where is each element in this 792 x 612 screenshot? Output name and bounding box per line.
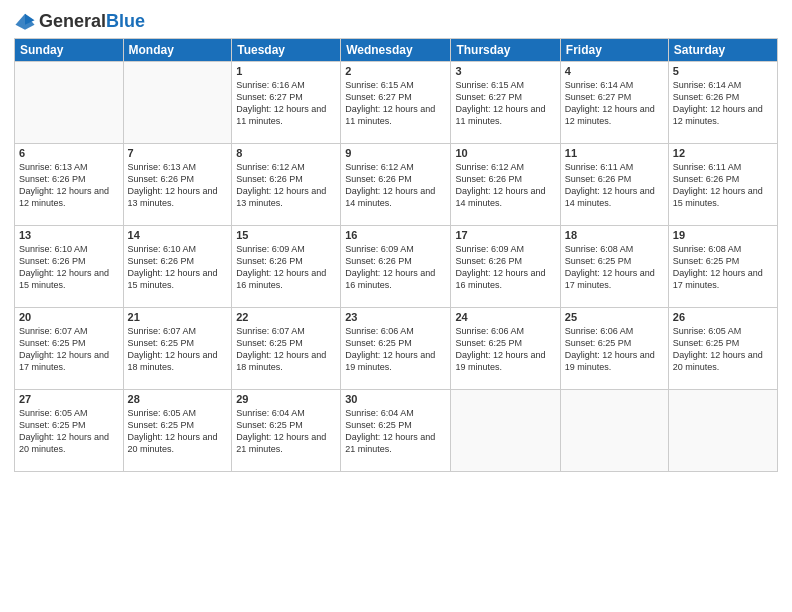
day-number: 10 xyxy=(455,147,555,159)
day-number: 22 xyxy=(236,311,336,323)
calendar-day-header: Wednesday xyxy=(341,39,451,62)
calendar-header-row: SundayMondayTuesdayWednesdayThursdayFrid… xyxy=(15,39,778,62)
calendar-cell: 9Sunrise: 6:12 AM Sunset: 6:26 PM Daylig… xyxy=(341,144,451,226)
day-info: Sunrise: 6:15 AM Sunset: 6:27 PM Dayligh… xyxy=(455,79,555,128)
day-info: Sunrise: 6:07 AM Sunset: 6:25 PM Dayligh… xyxy=(128,325,228,374)
day-info: Sunrise: 6:05 AM Sunset: 6:25 PM Dayligh… xyxy=(19,407,119,456)
day-number: 5 xyxy=(673,65,773,77)
day-number: 19 xyxy=(673,229,773,241)
day-number: 15 xyxy=(236,229,336,241)
day-info: Sunrise: 6:08 AM Sunset: 6:25 PM Dayligh… xyxy=(565,243,664,292)
calendar-day-header: Sunday xyxy=(15,39,124,62)
day-number: 8 xyxy=(236,147,336,159)
header: GeneralBlue xyxy=(14,10,778,32)
calendar-cell: 16Sunrise: 6:09 AM Sunset: 6:26 PM Dayli… xyxy=(341,226,451,308)
day-number: 17 xyxy=(455,229,555,241)
calendar-week-row: 13Sunrise: 6:10 AM Sunset: 6:26 PM Dayli… xyxy=(15,226,778,308)
day-info: Sunrise: 6:11 AM Sunset: 6:26 PM Dayligh… xyxy=(565,161,664,210)
day-info: Sunrise: 6:12 AM Sunset: 6:26 PM Dayligh… xyxy=(455,161,555,210)
calendar-cell: 11Sunrise: 6:11 AM Sunset: 6:26 PM Dayli… xyxy=(560,144,668,226)
calendar-cell: 3Sunrise: 6:15 AM Sunset: 6:27 PM Daylig… xyxy=(451,62,560,144)
calendar-cell: 13Sunrise: 6:10 AM Sunset: 6:26 PM Dayli… xyxy=(15,226,124,308)
calendar-cell: 5Sunrise: 6:14 AM Sunset: 6:26 PM Daylig… xyxy=(668,62,777,144)
calendar-cell: 23Sunrise: 6:06 AM Sunset: 6:25 PM Dayli… xyxy=(341,308,451,390)
calendar-cell: 20Sunrise: 6:07 AM Sunset: 6:25 PM Dayli… xyxy=(15,308,124,390)
day-info: Sunrise: 6:14 AM Sunset: 6:26 PM Dayligh… xyxy=(673,79,773,128)
day-info: Sunrise: 6:13 AM Sunset: 6:26 PM Dayligh… xyxy=(19,161,119,210)
day-number: 14 xyxy=(128,229,228,241)
day-info: Sunrise: 6:06 AM Sunset: 6:25 PM Dayligh… xyxy=(455,325,555,374)
day-info: Sunrise: 6:10 AM Sunset: 6:26 PM Dayligh… xyxy=(128,243,228,292)
day-number: 29 xyxy=(236,393,336,405)
day-info: Sunrise: 6:16 AM Sunset: 6:27 PM Dayligh… xyxy=(236,79,336,128)
calendar-cell: 7Sunrise: 6:13 AM Sunset: 6:26 PM Daylig… xyxy=(123,144,232,226)
day-info: Sunrise: 6:04 AM Sunset: 6:25 PM Dayligh… xyxy=(236,407,336,456)
page: GeneralBlue SundayMondayTuesdayWednesday… xyxy=(0,0,792,612)
calendar-day-header: Friday xyxy=(560,39,668,62)
day-info: Sunrise: 6:12 AM Sunset: 6:26 PM Dayligh… xyxy=(345,161,446,210)
calendar-cell: 15Sunrise: 6:09 AM Sunset: 6:26 PM Dayli… xyxy=(232,226,341,308)
day-info: Sunrise: 6:06 AM Sunset: 6:25 PM Dayligh… xyxy=(345,325,446,374)
day-number: 27 xyxy=(19,393,119,405)
day-number: 28 xyxy=(128,393,228,405)
day-info: Sunrise: 6:04 AM Sunset: 6:25 PM Dayligh… xyxy=(345,407,446,456)
calendar-cell: 19Sunrise: 6:08 AM Sunset: 6:25 PM Dayli… xyxy=(668,226,777,308)
calendar-day-header: Tuesday xyxy=(232,39,341,62)
calendar-week-row: 20Sunrise: 6:07 AM Sunset: 6:25 PM Dayli… xyxy=(15,308,778,390)
day-info: Sunrise: 6:07 AM Sunset: 6:25 PM Dayligh… xyxy=(236,325,336,374)
day-number: 11 xyxy=(565,147,664,159)
day-number: 7 xyxy=(128,147,228,159)
calendar-cell: 8Sunrise: 6:12 AM Sunset: 6:26 PM Daylig… xyxy=(232,144,341,226)
calendar-cell: 1Sunrise: 6:16 AM Sunset: 6:27 PM Daylig… xyxy=(232,62,341,144)
calendar-cell: 25Sunrise: 6:06 AM Sunset: 6:25 PM Dayli… xyxy=(560,308,668,390)
calendar-cell: 6Sunrise: 6:13 AM Sunset: 6:26 PM Daylig… xyxy=(15,144,124,226)
calendar-cell: 30Sunrise: 6:04 AM Sunset: 6:25 PM Dayli… xyxy=(341,390,451,472)
day-info: Sunrise: 6:08 AM Sunset: 6:25 PM Dayligh… xyxy=(673,243,773,292)
day-number: 2 xyxy=(345,65,446,77)
calendar-cell xyxy=(15,62,124,144)
day-info: Sunrise: 6:11 AM Sunset: 6:26 PM Dayligh… xyxy=(673,161,773,210)
calendar-cell: 27Sunrise: 6:05 AM Sunset: 6:25 PM Dayli… xyxy=(15,390,124,472)
calendar-cell: 17Sunrise: 6:09 AM Sunset: 6:26 PM Dayli… xyxy=(451,226,560,308)
calendar-week-row: 1Sunrise: 6:16 AM Sunset: 6:27 PM Daylig… xyxy=(15,62,778,144)
calendar-day-header: Saturday xyxy=(668,39,777,62)
day-number: 9 xyxy=(345,147,446,159)
day-info: Sunrise: 6:14 AM Sunset: 6:27 PM Dayligh… xyxy=(565,79,664,128)
day-number: 24 xyxy=(455,311,555,323)
calendar-week-row: 27Sunrise: 6:05 AM Sunset: 6:25 PM Dayli… xyxy=(15,390,778,472)
day-info: Sunrise: 6:13 AM Sunset: 6:26 PM Dayligh… xyxy=(128,161,228,210)
calendar-cell: 26Sunrise: 6:05 AM Sunset: 6:25 PM Dayli… xyxy=(668,308,777,390)
day-number: 1 xyxy=(236,65,336,77)
calendar-cell: 21Sunrise: 6:07 AM Sunset: 6:25 PM Dayli… xyxy=(123,308,232,390)
calendar-day-header: Thursday xyxy=(451,39,560,62)
calendar-cell xyxy=(123,62,232,144)
day-info: Sunrise: 6:09 AM Sunset: 6:26 PM Dayligh… xyxy=(455,243,555,292)
day-info: Sunrise: 6:05 AM Sunset: 6:25 PM Dayligh… xyxy=(673,325,773,374)
day-info: Sunrise: 6:12 AM Sunset: 6:26 PM Dayligh… xyxy=(236,161,336,210)
day-info: Sunrise: 6:06 AM Sunset: 6:25 PM Dayligh… xyxy=(565,325,664,374)
day-info: Sunrise: 6:15 AM Sunset: 6:27 PM Dayligh… xyxy=(345,79,446,128)
day-number: 25 xyxy=(565,311,664,323)
calendar-cell: 18Sunrise: 6:08 AM Sunset: 6:25 PM Dayli… xyxy=(560,226,668,308)
day-info: Sunrise: 6:10 AM Sunset: 6:26 PM Dayligh… xyxy=(19,243,119,292)
day-info: Sunrise: 6:09 AM Sunset: 6:26 PM Dayligh… xyxy=(236,243,336,292)
day-number: 3 xyxy=(455,65,555,77)
logo: GeneralBlue xyxy=(14,10,145,32)
day-number: 6 xyxy=(19,147,119,159)
calendar-cell: 2Sunrise: 6:15 AM Sunset: 6:27 PM Daylig… xyxy=(341,62,451,144)
calendar-cell: 10Sunrise: 6:12 AM Sunset: 6:26 PM Dayli… xyxy=(451,144,560,226)
calendar-day-header: Monday xyxy=(123,39,232,62)
calendar-cell: 14Sunrise: 6:10 AM Sunset: 6:26 PM Dayli… xyxy=(123,226,232,308)
calendar-cell: 28Sunrise: 6:05 AM Sunset: 6:25 PM Dayli… xyxy=(123,390,232,472)
day-number: 13 xyxy=(19,229,119,241)
calendar-cell: 22Sunrise: 6:07 AM Sunset: 6:25 PM Dayli… xyxy=(232,308,341,390)
calendar-cell: 4Sunrise: 6:14 AM Sunset: 6:27 PM Daylig… xyxy=(560,62,668,144)
calendar-week-row: 6Sunrise: 6:13 AM Sunset: 6:26 PM Daylig… xyxy=(15,144,778,226)
day-info: Sunrise: 6:05 AM Sunset: 6:25 PM Dayligh… xyxy=(128,407,228,456)
logo-general: General xyxy=(39,11,106,31)
day-number: 21 xyxy=(128,311,228,323)
day-number: 20 xyxy=(19,311,119,323)
day-number: 30 xyxy=(345,393,446,405)
day-number: 26 xyxy=(673,311,773,323)
logo-blue: Blue xyxy=(106,11,145,31)
